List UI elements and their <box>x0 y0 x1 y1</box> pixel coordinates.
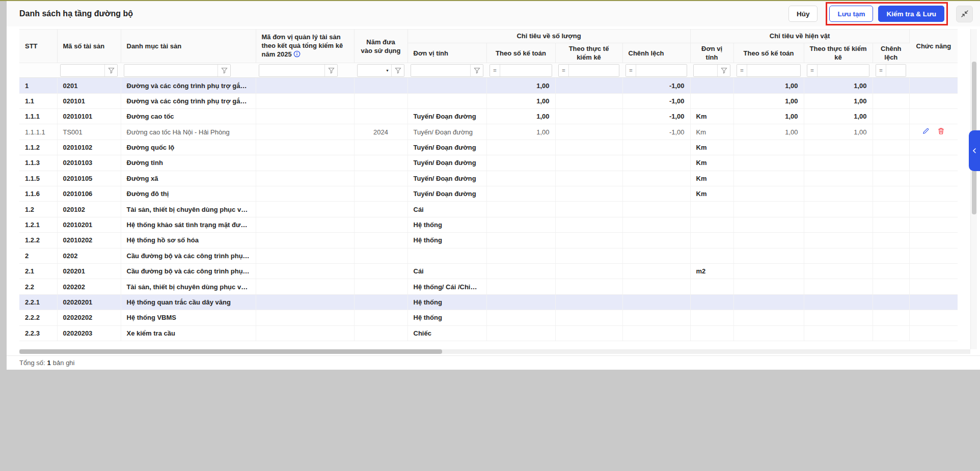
cell <box>873 325 909 341</box>
row-actions-cell <box>909 217 958 232</box>
cell <box>555 202 622 217</box>
side-panel-toggle[interactable] <box>969 130 980 171</box>
table-row[interactable]: 2.2.202020202Hệ thống VBMSHệ thống <box>19 310 958 325</box>
table-row[interactable]: 1.1.302010103Đường tỉnhTuyến/ Đoạn đường… <box>19 155 958 171</box>
table-row[interactable]: 2.2.302020203Xe kiểm tra cầuChiếc <box>19 325 958 341</box>
cell <box>354 93 407 108</box>
cell <box>733 217 804 232</box>
cell <box>873 171 909 186</box>
table-body: 10201Đường và các công trình phụ trợ gắn… <box>19 78 958 344</box>
collapse-button[interactable] <box>956 6 973 22</box>
cell <box>622 233 690 248</box>
column-filter-numeric: = <box>737 64 801 77</box>
filter-input[interactable] <box>124 65 217 76</box>
cell: Hệ thống <box>407 294 486 310</box>
cancel-button[interactable]: Hủy <box>788 6 818 22</box>
cell <box>804 171 873 186</box>
cell: 1,00 <box>733 124 804 140</box>
cell: 2.2.3 <box>19 325 57 341</box>
cell <box>354 109 407 124</box>
filter-input[interactable] <box>636 65 687 76</box>
cell: Cái <box>407 264 486 279</box>
cell <box>555 310 622 325</box>
filter-funnel-icon[interactable] <box>325 65 337 76</box>
caret-down-icon[interactable]: ▼ <box>384 69 391 72</box>
info-circle-icon[interactable] <box>293 50 301 60</box>
table-row[interactable]: 1.1.502010105Đường xãTuyến/ Đoạn đườngKm <box>19 171 958 186</box>
cell <box>804 155 873 171</box>
equals-filter-icon: = <box>490 65 500 76</box>
filter-input[interactable] <box>747 65 800 76</box>
filter-input[interactable] <box>259 65 324 76</box>
cell: -1,00 <box>622 124 690 140</box>
cell: Tuyến/ Đoạn đường <box>407 109 486 124</box>
filter-input[interactable] <box>694 65 717 76</box>
row-actions-cell <box>909 171 958 186</box>
cell <box>622 325 690 341</box>
save-draft-button[interactable]: Lưu tạm <box>829 6 873 22</box>
table-row[interactable]: 1.2020102Tài sản, thiết bị chuyên dùng p… <box>19 202 958 217</box>
equals-filter-icon: = <box>807 65 818 76</box>
table-row[interactable]: 2.1020201Cầu đường bộ và các công trình … <box>19 264 958 279</box>
vertical-scrollbar[interactable] <box>970 29 977 349</box>
check-and-save-button[interactable]: Kiểm tra & Lưu <box>878 6 944 22</box>
horizontal-scrollbar[interactable] <box>19 349 970 354</box>
cell: m2 <box>690 264 733 279</box>
delete-row-icon[interactable] <box>937 127 945 135</box>
table-row[interactable]: 1.2.202010202Hệ thống hồ sơ số hóaHệ thố… <box>19 233 958 248</box>
filter-input[interactable] <box>61 65 104 76</box>
cell <box>486 310 555 325</box>
filter-input[interactable] <box>818 65 869 76</box>
row-actions-cell <box>909 78 958 93</box>
cell: 2024 <box>354 124 407 140</box>
cell <box>407 78 486 93</box>
cell: 1.1.2 <box>19 140 57 155</box>
cell <box>555 78 622 93</box>
total-label: Tổng số: <box>19 359 45 367</box>
filter-funnel-icon[interactable] <box>471 65 483 76</box>
table-row[interactable]: 1.1.1.1TS001Đường cao tốc Hà Nội - Hải P… <box>19 124 958 140</box>
cell: Tuyến/ Đoạn đường <box>407 186 486 202</box>
table-row[interactable]: 2.2020202Tài sản, thiết bị chuyên dùng p… <box>19 279 958 294</box>
filter-funnel-icon[interactable] <box>218 65 230 76</box>
cell <box>555 109 622 124</box>
cell <box>256 78 354 93</box>
cell: Km <box>690 186 733 202</box>
filter-funnel-icon[interactable] <box>718 65 730 76</box>
col-header-asset-code: Mã số tài sản <box>57 30 121 63</box>
table-row[interactable]: 10201Đường và các công trình phụ trợ gắn… <box>19 78 958 93</box>
cell <box>486 233 555 248</box>
filter-funnel-icon[interactable] <box>105 65 117 76</box>
table-row[interactable]: 1.1.602010106Đường đô thịTuyến/ Đoạn đườ… <box>19 186 958 202</box>
edit-row-icon[interactable] <box>922 127 930 135</box>
table-row[interactable]: 20202Cầu đường bộ và các công trình phụ … <box>19 248 958 263</box>
cell <box>873 217 909 232</box>
horizontal-scrollbar-thumb[interactable] <box>19 349 442 354</box>
cell: 02010201 <box>57 217 121 232</box>
column-filter-numeric: = <box>558 64 619 77</box>
filter-cell: = <box>873 63 909 78</box>
cell: 1,00 <box>486 124 555 140</box>
cell <box>873 279 909 294</box>
column-filter-numeric: = <box>625 64 687 77</box>
table-row[interactable]: 1.1.202010102Đường quốc lộTuyến/ Đoạn đư… <box>19 140 958 155</box>
cell: 020202 <box>57 279 121 294</box>
filter-input[interactable] <box>500 65 552 76</box>
filter-input[interactable] <box>569 65 619 76</box>
filter-input[interactable] <box>411 65 470 76</box>
cell <box>354 310 407 325</box>
cell <box>256 93 354 108</box>
table-row[interactable]: 1.2.102010201Hệ thống khảo sát tình trạn… <box>19 217 958 232</box>
table-row[interactable]: 1.1.102010101Đường cao tốcTuyến/ Đoạn đư… <box>19 109 958 124</box>
cell <box>555 217 622 232</box>
filter-input[interactable] <box>886 65 906 76</box>
cell <box>690 248 733 263</box>
cell <box>873 155 909 171</box>
table-row[interactable]: 2.2.102020201Hệ thống quan trắc cầu dây … <box>19 294 958 310</box>
table-row[interactable]: 1.1020101Đường và các công trình phụ trợ… <box>19 93 958 108</box>
row-actions-cell <box>909 186 958 202</box>
filter-input[interactable] <box>358 65 384 76</box>
filter-funnel-icon[interactable] <box>392 65 404 76</box>
cell <box>804 186 873 202</box>
cell: 1,00 <box>486 109 555 124</box>
